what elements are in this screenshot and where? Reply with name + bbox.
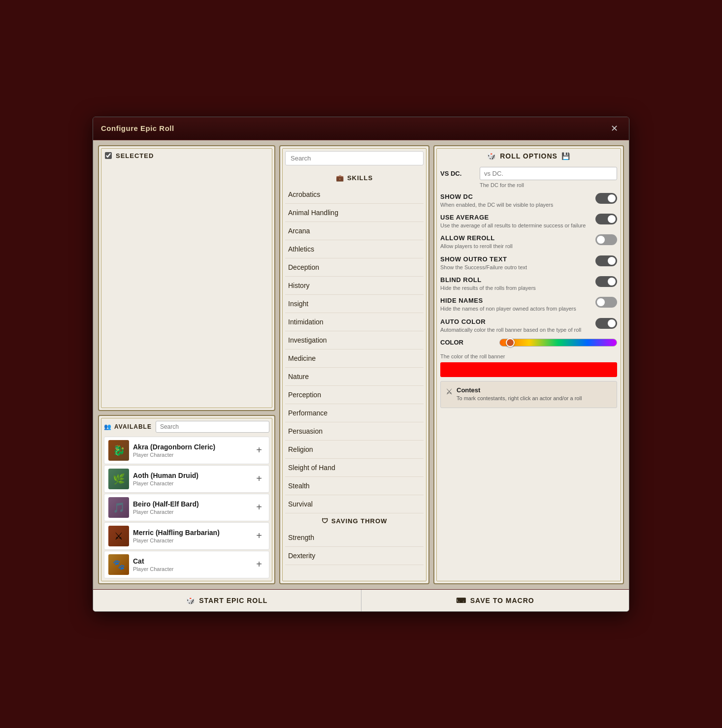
skills-section-header: 💼 SKILLS — [285, 170, 424, 186]
color-label-block: COLOR — [440, 339, 499, 348]
toggle-blind_roll[interactable] — [595, 276, 617, 287]
add-actor-button[interactable]: + — [253, 472, 265, 485]
selected-checkbox[interactable] — [105, 152, 112, 159]
toggle-show_dc[interactable] — [595, 193, 617, 204]
list-item[interactable]: Intimidation — [285, 313, 424, 331]
list-item[interactable]: Persuasion — [285, 422, 424, 441]
shield-icon: 🛡 — [322, 517, 328, 525]
add-actor-button[interactable]: + — [253, 529, 265, 542]
list-item[interactable]: Investigation — [285, 331, 424, 349]
contest-info: Contest To mark contestants, right click… — [457, 386, 582, 402]
avatar: 🐉 — [108, 440, 129, 461]
vs-dc-label: VS DC. — [440, 170, 475, 177]
terminal-icon: ⌨ — [456, 597, 466, 604]
option-label-use_average: USE AVERAGE Use the average of all resul… — [440, 214, 595, 229]
actor-info: Merric (Halfling Barbarian) Player Chara… — [133, 528, 249, 543]
list-item[interactable]: Insight — [285, 295, 424, 313]
actor-type: Player Character — [133, 480, 249, 486]
roll-options-panel: 🎲 ROLL OPTIONS 💾 VS DC. The DC for the r… — [433, 145, 624, 584]
list-item[interactable]: Perception — [285, 386, 424, 404]
color-preview — [440, 362, 617, 377]
configure-epic-roll-modal: Configure Epic Roll ✕ SELECTED 👥 AVAILAB… — [93, 117, 629, 612]
contest-title: Contest — [457, 386, 582, 394]
saving-throw-section-header: 🛡 SAVING THROW — [285, 513, 424, 529]
list-item[interactable]: 🐉 Akra (Dragonborn Cleric) Player Charac… — [104, 437, 269, 464]
option-desc: When enabled, the DC will be visible to … — [440, 201, 595, 209]
option-label-blind_roll: BLIND ROLL Hide the results of the rolls… — [440, 276, 595, 292]
toggle-auto_color[interactable] — [595, 318, 617, 329]
contest-desc: To mark contestants, right click an acto… — [457, 395, 582, 402]
option-desc: Hide the names of non player owned actor… — [440, 305, 595, 313]
available-search-input[interactable] — [156, 421, 269, 433]
selected-label: SELECTED — [116, 152, 154, 159]
list-item[interactable]: Strength — [285, 529, 424, 547]
option-title: USE AVERAGE — [440, 214, 595, 221]
list-item[interactable]: Sleight of Hand — [285, 459, 424, 477]
color-section: COLOR The color of the roll banner — [440, 339, 617, 377]
list-item[interactable]: 🌿 Aoth (Human Druid) Player Character + — [104, 465, 269, 493]
option-row-auto_color: AUTO COLOR Automatically color the roll … — [440, 318, 617, 334]
save-to-macro-button[interactable]: ⌨ SAVE TO MACRO — [361, 590, 629, 611]
option-label-auto_color: AUTO COLOR Automatically color the roll … — [440, 318, 595, 334]
list-item[interactable]: Nature — [285, 368, 424, 386]
list-item[interactable]: Deception — [285, 258, 424, 277]
list-item[interactable]: History — [285, 277, 424, 295]
available-panel: 👥 AVAILABLE 🐉 Akra (Dragonborn Cleric) P… — [98, 415, 275, 584]
skill-items-container: AcrobaticsAnimal HandlingArcanaAthletics… — [285, 186, 424, 513]
list-item[interactable]: 🐾 Cat Player Character + — [104, 551, 269, 578]
list-item[interactable]: 🎵 Beiro (Half-Elf Bard) Player Character… — [104, 494, 269, 521]
vs-dc-input[interactable] — [480, 167, 617, 180]
actor-name: Akra (Dragonborn Cleric) — [133, 443, 249, 451]
option-desc: Allow players to reroll their roll — [440, 243, 595, 250]
option-row-blind_roll: BLIND ROLL Hide the results of the rolls… — [440, 276, 617, 292]
actor-type: Player Character — [133, 566, 249, 572]
list-item[interactable]: Animal Handling — [285, 204, 424, 222]
skill-search-input[interactable] — [285, 151, 424, 165]
list-item[interactable]: Dexterity — [285, 547, 424, 565]
start-epic-roll-button[interactable]: 🎲 START EPIC ROLL — [93, 590, 361, 611]
avatar: 🌿 — [108, 469, 129, 489]
toggle-use_average[interactable] — [595, 214, 617, 224]
skill-scroll: 💼 SKILLS AcrobaticsAnimal HandlingArcana… — [280, 170, 428, 583]
list-item[interactable]: Religion — [285, 441, 424, 459]
list-item[interactable]: Stealth — [285, 477, 424, 495]
saving-throw-items-container: StrengthDexterity — [285, 529, 424, 565]
save-options-icon: 💾 — [561, 152, 570, 160]
close-button[interactable]: ✕ — [608, 122, 621, 135]
actor-type: Player Character — [133, 538, 249, 543]
available-header: 👥 AVAILABLE — [104, 421, 269, 433]
modal-footer: 🎲 START EPIC ROLL ⌨ SAVE TO MACRO — [93, 589, 629, 611]
roll-options-header: 🎲 ROLL OPTIONS 💾 — [440, 152, 617, 160]
list-item[interactable]: Athletics — [285, 240, 424, 258]
avatar: 🐾 — [108, 554, 129, 575]
toggle-show_outro[interactable] — [595, 255, 617, 266]
people-icon: 👥 — [104, 423, 112, 430]
toggle-allow_reroll[interactable] — [595, 234, 617, 245]
list-item[interactable]: Performance — [285, 404, 424, 422]
actor-info: Aoth (Human Druid) Player Character — [133, 471, 249, 486]
option-row-show_outro: SHOW OUTRO TEXT Show the Success/Failure… — [440, 255, 617, 271]
list-item[interactable]: Survival — [285, 495, 424, 513]
option-desc: Show the Success/Failure outro text — [440, 264, 595, 271]
list-item[interactable]: Medicine — [285, 349, 424, 368]
add-actor-button[interactable]: + — [253, 558, 265, 571]
swords-icon: ⚔ — [446, 387, 453, 396]
toggle-hide_names[interactable] — [595, 297, 617, 308]
actor-info: Akra (Dragonborn Cleric) Player Characte… — [133, 443, 249, 457]
color-row: COLOR — [440, 339, 617, 348]
dice-icon: 🎲 — [487, 152, 496, 160]
avatar: ⚔ — [108, 526, 129, 546]
option-label-show_outro: SHOW OUTRO TEXT Show the Success/Failure… — [440, 255, 595, 271]
toggle-options-container: SHOW DC When enabled, the DC will be vis… — [440, 193, 617, 334]
list-item[interactable]: Acrobatics — [285, 186, 424, 204]
skills-panel: 💼 SKILLS AcrobaticsAnimal HandlingArcana… — [279, 145, 429, 584]
add-actor-button[interactable]: + — [253, 443, 265, 457]
list-item[interactable]: ⚔ Merric (Halfling Barbarian) Player Cha… — [104, 522, 269, 550]
color-slider[interactable] — [499, 339, 617, 347]
add-actor-button[interactable]: + — [253, 501, 265, 514]
color-desc: The color of the roll banner — [440, 353, 617, 359]
option-title: AUTO COLOR — [440, 318, 595, 325]
list-item[interactable]: Arcana — [285, 222, 424, 240]
option-label-hide_names: HIDE NAMES Hide the names of non player … — [440, 297, 595, 313]
color-slider-row — [499, 339, 617, 347]
